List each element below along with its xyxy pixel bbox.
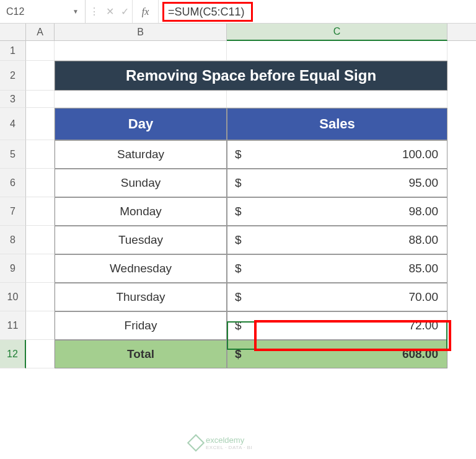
cell-day-8[interactable]: Tuesday: [55, 226, 227, 254]
cell-day-9[interactable]: Wednesday: [55, 254, 227, 283]
spreadsheet-grid: A B C 1 2 Removing Space before Equal Si…: [0, 24, 476, 368]
cell-a6[interactable]: [26, 169, 55, 197]
row-3: 3: [0, 91, 476, 108]
row-header-3[interactable]: 3: [0, 91, 26, 108]
row-header-8[interactable]: 8: [0, 226, 26, 254]
column-header-a[interactable]: A: [26, 24, 55, 40]
header-sales[interactable]: Sales: [227, 108, 447, 140]
formula-bar-controls: ⋮ ✕ ✓: [86, 0, 133, 23]
row-header-6[interactable]: 6: [0, 169, 26, 197]
row-header-2[interactable]: 2: [0, 61, 26, 91]
cell-sales-9[interactable]: $85.00: [227, 254, 447, 283]
cell-sales-10[interactable]: $70.00: [227, 283, 447, 311]
chevron-down-icon[interactable]: ▼: [73, 8, 79, 15]
column-header-c[interactable]: C: [227, 24, 447, 41]
row-5: 5 Saturday $100.00: [0, 140, 476, 169]
cancel-x-icon: ✕: [106, 6, 114, 17]
row-9: 9 Wednesday $85.00: [0, 254, 476, 283]
formula-input[interactable]: =SUM(C5:C11): [159, 0, 476, 23]
cell-c3[interactable]: [227, 91, 447, 108]
cell-sales-5[interactable]: $100.00: [227, 140, 447, 169]
row-12: 12 Total $608.00: [0, 340, 476, 368]
cell-sales-7[interactable]: $98.00: [227, 197, 447, 226]
cell-day-10[interactable]: Thursday: [55, 283, 227, 311]
name-box-value: C12: [6, 6, 24, 17]
select-all-corner[interactable]: [0, 24, 26, 40]
row-4: 4 Day Sales: [0, 108, 476, 140]
cell-a8[interactable]: [26, 226, 55, 254]
watermark-name: exceldemy: [206, 435, 252, 445]
row-6: 6 Sunday $95.00: [0, 169, 476, 197]
cell-day-11[interactable]: Friday: [55, 311, 227, 340]
enter-check-icon: ✓: [121, 6, 129, 17]
cell-a3[interactable]: [26, 91, 55, 108]
row-header-1[interactable]: 1: [0, 41, 26, 61]
cell-b1[interactable]: [55, 41, 227, 61]
name-box[interactable]: C12 ▼: [0, 0, 86, 23]
cell-c1[interactable]: [227, 41, 447, 61]
cell-a7[interactable]: [26, 197, 55, 226]
row-header-7[interactable]: 7: [0, 197, 26, 226]
cell-day-7[interactable]: Monday: [55, 197, 227, 226]
row-header-11[interactable]: 11: [0, 311, 26, 340]
row-1: 1: [0, 41, 476, 61]
column-headers: A B C: [0, 24, 476, 41]
cell-sales-8[interactable]: $88.00: [227, 226, 447, 254]
watermark-logo-icon: [187, 434, 205, 452]
column-header-b[interactable]: B: [55, 24, 227, 40]
fx-button[interactable]: fx: [133, 0, 159, 23]
row-2: 2 Removing Space before Equal Sign: [0, 61, 476, 91]
cell-b3[interactable]: [55, 91, 227, 108]
row-8: 8 Tuesday $88.00: [0, 226, 476, 254]
row-7: 7 Monday $98.00: [0, 197, 476, 226]
row-header-10[interactable]: 10: [0, 283, 26, 311]
cell-a10[interactable]: [26, 283, 55, 311]
cell-a9[interactable]: [26, 254, 55, 283]
title-cell[interactable]: Removing Space before Equal Sign: [55, 61, 447, 91]
header-day[interactable]: Day: [55, 108, 227, 140]
row-header-4[interactable]: 4: [0, 108, 26, 140]
cell-a5[interactable]: [26, 140, 55, 169]
cell-day-5[interactable]: Saturday: [55, 140, 227, 169]
row-11: 11 Friday $72.00: [0, 311, 476, 340]
cell-a1[interactable]: [26, 41, 55, 61]
row-header-5[interactable]: 5: [0, 140, 26, 169]
watermark-sub: EXCEL · DATA · BI: [206, 445, 252, 450]
row-10: 10 Thursday $70.00: [0, 283, 476, 311]
formula-bar: C12 ▼ ⋮ ✕ ✓ fx =SUM(C5:C11): [0, 0, 476, 24]
cell-day-6[interactable]: Sunday: [55, 169, 227, 197]
cell-total-value[interactable]: $608.00: [227, 340, 447, 368]
cell-total-label[interactable]: Total: [55, 340, 227, 368]
cell-a12[interactable]: [26, 340, 55, 368]
cell-sales-11[interactable]: $72.00: [227, 311, 447, 340]
row-header-12[interactable]: 12: [0, 340, 26, 368]
formula-text: =SUM(C5:C11): [162, 2, 253, 22]
watermark: exceldemy EXCEL · DATA · BI: [190, 435, 252, 450]
row-header-9[interactable]: 9: [0, 254, 26, 283]
cell-sales-6[interactable]: $95.00: [227, 169, 447, 197]
fx-label: fx: [142, 6, 149, 17]
cell-a11[interactable]: [26, 311, 55, 340]
dots-icon: ⋮: [89, 6, 99, 17]
cell-a2[interactable]: [26, 61, 55, 91]
cell-a4[interactable]: [26, 108, 55, 140]
